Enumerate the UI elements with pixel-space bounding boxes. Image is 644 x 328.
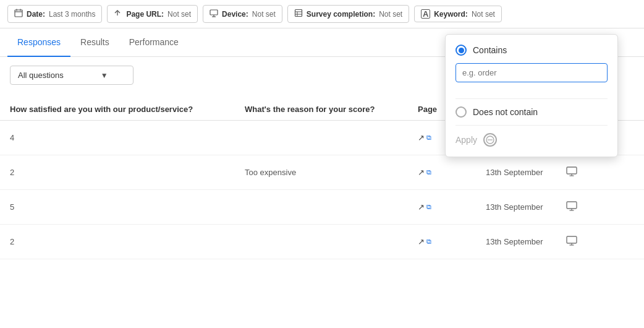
does-not-contain-option[interactable]: Does not contain xyxy=(455,106,608,118)
contains-label: Contains xyxy=(473,45,507,55)
cell-page-row3[interactable]: ↗ ⧉ xyxy=(418,202,486,212)
dropdown-selected-label: All questions xyxy=(18,71,64,80)
cell-page-row4[interactable]: ↗ ⧉ xyxy=(418,237,486,246)
cell-date-row3: 13th September xyxy=(486,202,566,212)
keyword-filter-popup: Contains Does not contain Apply xyxy=(445,34,618,157)
device-filter-value: Not set xyxy=(252,10,276,19)
keyword-search-input[interactable] xyxy=(455,63,608,82)
survey-completion-filter-value: Not set xyxy=(379,10,402,19)
keyword-filter-value: Not set xyxy=(472,10,495,19)
page-url-filter-chip[interactable]: Page URL: Not set xyxy=(107,5,198,23)
keyword-filter-label: Keyword: xyxy=(434,10,468,19)
tab-results[interactable]: Results xyxy=(70,28,119,57)
svg-rect-15 xyxy=(567,167,577,174)
external-link-icon: ⧉ xyxy=(426,238,431,246)
page-url-filter-value: Not set xyxy=(167,10,191,19)
date-filter-label: Date: xyxy=(27,10,45,19)
cell-device-row3 xyxy=(566,201,591,213)
cell-date-row4: 13th September xyxy=(486,237,566,246)
table-row: 2 ↗ ⧉ 13th September xyxy=(0,225,644,259)
date-filter-chip[interactable]: Date: Last 3 months xyxy=(7,5,102,23)
device-filter-label: Device: xyxy=(222,10,248,19)
filter-bar: Date: Last 3 months Page URL: Not set De… xyxy=(0,0,644,28)
device-filter-chip[interactable]: Device: Not set xyxy=(203,5,282,23)
device-icon xyxy=(210,9,218,19)
popup-divider-2 xyxy=(455,125,608,126)
svg-rect-0 xyxy=(15,10,22,17)
cell-device-row2 xyxy=(566,166,591,178)
dropdown-arrow-icon: ▼ xyxy=(101,71,108,80)
survey-completion-icon xyxy=(294,9,303,19)
cancel-button[interactable] xyxy=(483,133,497,147)
svg-rect-8 xyxy=(295,10,302,17)
tab-performance[interactable]: Performance xyxy=(119,28,189,57)
cell-q1-row3: 5 xyxy=(10,202,245,212)
survey-completion-filter-chip[interactable]: Survey completion: Not set xyxy=(287,5,409,23)
date-icon xyxy=(14,9,23,19)
cell-q1-row2: 2 xyxy=(10,168,245,177)
survey-completion-filter-label: Survey completion: xyxy=(307,10,375,19)
does-not-contain-label: Does not contain xyxy=(473,107,538,117)
cell-q1-row1: 4 xyxy=(10,133,245,142)
all-questions-dropdown[interactable]: All questions ▼ xyxy=(10,66,133,85)
external-link-icon: ⧉ xyxy=(426,134,431,142)
contains-option[interactable]: Contains xyxy=(455,45,608,56)
contains-radio[interactable] xyxy=(455,45,467,56)
keyword-filter-chip[interactable]: A Keyword: Not set xyxy=(414,6,502,22)
tab-responses[interactable]: Responses xyxy=(7,28,70,57)
cell-q1-row4: 2 xyxy=(10,237,245,246)
cell-date-row2: 13th September xyxy=(486,168,566,177)
popup-footer: Apply xyxy=(455,133,608,147)
external-link-icon: ⧉ xyxy=(426,168,431,176)
cell-device-row4 xyxy=(566,236,591,248)
svg-rect-21 xyxy=(567,236,577,243)
svg-rect-18 xyxy=(567,202,577,209)
apply-button[interactable]: Apply xyxy=(455,135,477,145)
popup-divider xyxy=(455,98,608,99)
keyword-icon: A xyxy=(421,9,430,19)
table-row: 5 ↗ ⧉ 13th September xyxy=(0,190,644,225)
page-url-filter-label: Page URL: xyxy=(126,10,164,19)
svg-rect-5 xyxy=(210,10,218,15)
cell-q2-row2: Too expensive xyxy=(245,168,418,177)
date-filter-value: Last 3 months xyxy=(49,10,95,19)
page-url-icon xyxy=(114,9,122,19)
col-header-q1: How satisfied are you with our product/s… xyxy=(10,105,245,114)
does-not-contain-radio[interactable] xyxy=(455,106,467,118)
col-header-q2: What's the reason for your score? xyxy=(245,105,418,114)
external-link-icon: ⧉ xyxy=(426,203,431,211)
table-row: 2 Too expensive ↗ ⧉ 13th September xyxy=(0,155,644,190)
cell-page-row2[interactable]: ↗ ⧉ xyxy=(418,168,486,177)
